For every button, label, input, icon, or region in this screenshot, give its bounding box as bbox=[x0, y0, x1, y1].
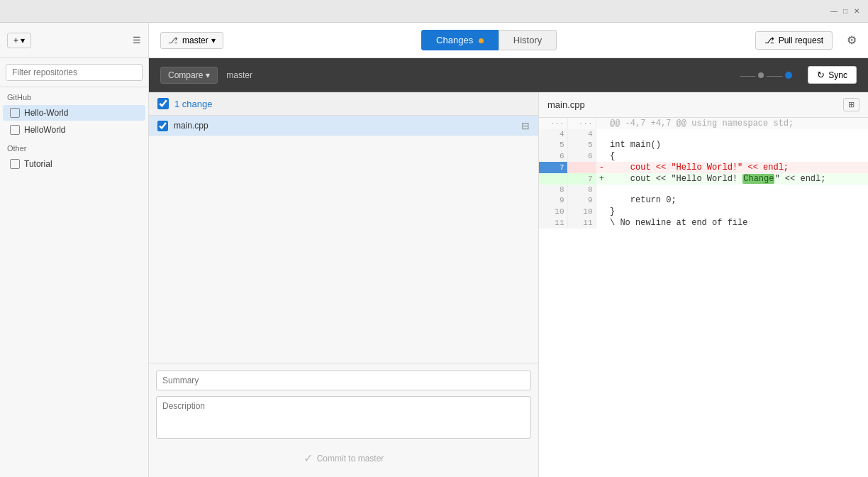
compare-branch-label: master bbox=[226, 70, 252, 80]
sidebar-item-label: Tutorial bbox=[24, 159, 52, 169]
maximize-button[interactable]: □ bbox=[840, 6, 851, 17]
diff-header: main.cpp ⊞ bbox=[539, 92, 868, 118]
sidebar-item-hello-world[interactable]: Hello-World bbox=[3, 105, 145, 121]
line-content: } bbox=[607, 206, 868, 217]
timeline-dot-1 bbox=[758, 72, 764, 78]
description-input[interactable] bbox=[156, 396, 531, 439]
line-marker bbox=[596, 118, 607, 129]
line-num-old: 4 bbox=[539, 129, 567, 139]
top-bar: ⎇ master ▾ Changes History ⎇ Pull reques… bbox=[149, 23, 868, 58]
file-name: main.cpp bbox=[174, 121, 516, 131]
table-row: ··· ··· @@ -4,7 +4,7 @@ using namespace … bbox=[539, 118, 868, 129]
line-num-old: 6 bbox=[539, 150, 567, 162]
changes-tab-label: Changes bbox=[436, 35, 473, 45]
highlight-word: Change bbox=[742, 174, 774, 184]
history-tab-label: History bbox=[513, 35, 542, 45]
commit-button[interactable]: ✓ Commit to master bbox=[156, 446, 531, 470]
timeline-dot-active bbox=[785, 72, 792, 79]
line-num-new: 5 bbox=[567, 139, 596, 150]
line-marker bbox=[596, 150, 607, 162]
file-list: main.cpp ⊟ bbox=[149, 116, 538, 363]
commit-label: Commit to master bbox=[317, 454, 384, 464]
compare-button[interactable]: Compare ▾ bbox=[160, 67, 218, 84]
line-num-old: ··· bbox=[539, 118, 567, 129]
tab-group: Changes History bbox=[421, 30, 557, 50]
pull-request-icon: ⎇ bbox=[764, 35, 774, 45]
changes-tab[interactable]: Changes bbox=[421, 30, 499, 50]
branch-selector[interactable]: ⎇ master ▾ bbox=[160, 32, 223, 49]
line-num-old: 7 bbox=[539, 162, 567, 173]
other-section-label: Other bbox=[0, 138, 148, 155]
left-panel: 1 change main.cpp ⊟ ✓ Commit to master bbox=[149, 92, 539, 477]
sidebar-search-area bbox=[0, 58, 148, 87]
repo-icon bbox=[10, 125, 20, 135]
file-item[interactable]: main.cpp ⊟ bbox=[149, 116, 538, 136]
line-marker bbox=[596, 217, 607, 229]
diff-table: ··· ··· @@ -4,7 +4,7 @@ using namespace … bbox=[539, 118, 868, 229]
line-content: @@ -4,7 +4,7 @@ using namespace std; bbox=[607, 118, 868, 129]
line-marker bbox=[596, 139, 607, 150]
changes-dot bbox=[479, 38, 484, 43]
line-num-old: 10 bbox=[539, 206, 567, 217]
github-section-label: GitHub bbox=[0, 87, 148, 104]
history-tab[interactable]: History bbox=[499, 30, 557, 50]
sync-label: Sync bbox=[828, 70, 847, 80]
line-num-new bbox=[567, 162, 596, 173]
compare-label: Compare bbox=[168, 70, 203, 80]
file-action-icon[interactable]: ⊟ bbox=[521, 120, 530, 131]
app: + ▾ ☰ GitHub Hello-World HelloWorld Othe… bbox=[0, 23, 868, 477]
line-marker bbox=[596, 129, 607, 139]
line-num-new: 4 bbox=[567, 129, 596, 139]
repo-icon bbox=[10, 159, 20, 169]
line-marker: + bbox=[596, 173, 607, 185]
line-num-new: 9 bbox=[567, 194, 596, 206]
line-num-new: ··· bbox=[567, 118, 596, 129]
close-button[interactable]: ✕ bbox=[851, 6, 862, 17]
timeline-dots: —— —— bbox=[740, 71, 792, 80]
branch-dropdown-icon: ▾ bbox=[211, 35, 216, 45]
file-checkbox[interactable] bbox=[157, 121, 168, 131]
line-content: int main() bbox=[607, 139, 868, 150]
sync-button[interactable]: ↻ Sync bbox=[808, 66, 857, 84]
pull-request-label: Pull request bbox=[779, 35, 823, 45]
add-repository-button[interactable]: + ▾ bbox=[7, 33, 31, 48]
table-row: 7 - cout << "Hello World!" << endl; bbox=[539, 162, 868, 173]
sidebar-toggle-button[interactable]: ☰ bbox=[133, 35, 141, 45]
sidebar-item-label: HelloWorld bbox=[24, 125, 65, 135]
minimize-button[interactable]: — bbox=[828, 6, 840, 17]
table-row: 8 8 bbox=[539, 185, 868, 194]
line-marker: - bbox=[596, 162, 607, 173]
diff-content: ··· ··· @@ -4,7 +4,7 @@ using namespace … bbox=[539, 118, 868, 477]
line-marker bbox=[596, 206, 607, 217]
branch-icon: ⎇ bbox=[168, 35, 178, 45]
pull-request-button[interactable]: ⎇ Pull request bbox=[755, 31, 833, 50]
summary-input[interactable] bbox=[156, 371, 531, 390]
sidebar-item-helloworld[interactable]: HelloWorld bbox=[3, 122, 145, 138]
line-content bbox=[607, 129, 868, 139]
select-all-checkbox[interactable] bbox=[157, 98, 169, 109]
split-pane: 1 change main.cpp ⊟ ✓ Commit to master bbox=[149, 92, 868, 477]
table-row: 11 11 \ No newline at end of file bbox=[539, 217, 868, 229]
filter-repositories-input[interactable] bbox=[6, 64, 143, 81]
commit-area: ✓ Commit to master bbox=[149, 363, 538, 477]
line-content: { bbox=[607, 150, 868, 162]
sidebar-item-tutorial[interactable]: Tutorial bbox=[3, 156, 145, 172]
table-row: 5 5 int main() bbox=[539, 139, 868, 150]
change-count[interactable]: 1 change bbox=[174, 99, 213, 109]
branch-name: master bbox=[182, 35, 208, 45]
diff-view: main.cpp ⊞ ··· ··· @@ -4,7 +4,7 @@ using… bbox=[539, 92, 868, 477]
line-content: cout << "Hello World!" << endl; bbox=[607, 162, 868, 173]
settings-button[interactable]: ⚙ bbox=[847, 33, 857, 47]
line-content bbox=[607, 185, 868, 194]
sidebar-item-label: Hello-World bbox=[24, 108, 68, 118]
line-num-new: 6 bbox=[567, 150, 596, 162]
sync-icon: ↻ bbox=[817, 70, 825, 80]
compare-arrow-icon: ▾ bbox=[206, 70, 210, 80]
file-list-header: 1 change bbox=[149, 92, 538, 116]
line-num-new: 10 bbox=[567, 206, 596, 217]
line-content: \ No newline at end of file bbox=[607, 217, 868, 229]
diff-action-button[interactable]: ⊞ bbox=[843, 98, 859, 111]
line-content: return 0; bbox=[607, 194, 868, 206]
line-num-old: 11 bbox=[539, 217, 567, 229]
compare-bar: Compare ▾ master —— —— ↻ Sync bbox=[149, 58, 868, 92]
